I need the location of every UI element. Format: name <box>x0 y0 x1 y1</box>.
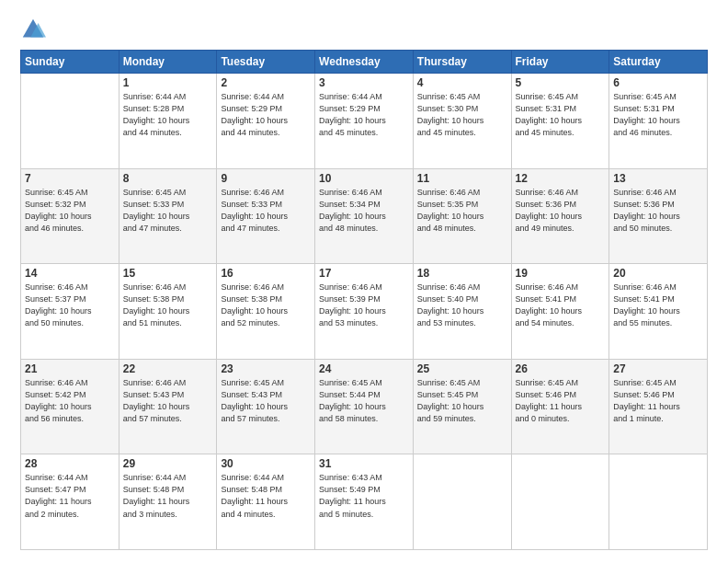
day-info: Sunrise: 6:46 AM Sunset: 5:38 PM Dayligh… <box>123 282 213 329</box>
day-info: Sunrise: 6:46 AM Sunset: 5:38 PM Dayligh… <box>221 282 311 329</box>
day-number: 20 <box>613 267 703 280</box>
calendar-cell <box>413 454 511 550</box>
calendar-cell <box>511 454 609 550</box>
day-info: Sunrise: 6:44 AM Sunset: 5:28 PM Dayligh… <box>123 91 213 139</box>
day-number: 18 <box>417 267 507 280</box>
calendar-cell: 6Sunrise: 6:45 AM Sunset: 5:31 PM Daylig… <box>609 74 708 169</box>
day-info: Sunrise: 6:45 AM Sunset: 5:46 PM Dayligh… <box>613 377 703 425</box>
calendar-cell: 4Sunrise: 6:45 AM Sunset: 5:30 PM Daylig… <box>413 74 511 169</box>
logo-icon <box>20 17 46 42</box>
day-info: Sunrise: 6:45 AM Sunset: 5:32 PM Dayligh… <box>25 187 115 235</box>
calendar-cell: 28Sunrise: 6:44 AM Sunset: 5:47 PM Dayli… <box>21 454 119 550</box>
day-number: 9 <box>221 172 311 185</box>
day-number: 6 <box>613 76 703 89</box>
day-number: 27 <box>613 362 703 375</box>
day-info: Sunrise: 6:46 AM Sunset: 5:35 PM Dayligh… <box>417 187 507 235</box>
day-info: Sunrise: 6:46 AM Sunset: 5:36 PM Dayligh… <box>516 187 606 235</box>
weekday-header: Saturday <box>609 51 708 74</box>
calendar-cell: 22Sunrise: 6:46 AM Sunset: 5:43 PM Dayli… <box>119 359 217 454</box>
day-number: 8 <box>123 172 213 185</box>
day-info: Sunrise: 6:44 AM Sunset: 5:48 PM Dayligh… <box>221 472 311 520</box>
day-info: Sunrise: 6:45 AM Sunset: 5:45 PM Dayligh… <box>417 377 507 425</box>
calendar-cell: 21Sunrise: 6:46 AM Sunset: 5:42 PM Dayli… <box>21 359 119 454</box>
day-info: Sunrise: 6:46 AM Sunset: 5:36 PM Dayligh… <box>613 187 703 235</box>
day-info: Sunrise: 6:46 AM Sunset: 5:41 PM Dayligh… <box>613 282 703 329</box>
day-info: Sunrise: 6:45 AM Sunset: 5:33 PM Dayligh… <box>123 187 213 235</box>
day-info: Sunrise: 6:46 AM Sunset: 5:37 PM Dayligh… <box>25 282 115 329</box>
calendar-week-row: 7Sunrise: 6:45 AM Sunset: 5:32 PM Daylig… <box>21 168 708 264</box>
day-number: 12 <box>516 172 606 185</box>
day-info: Sunrise: 6:46 AM Sunset: 5:43 PM Dayligh… <box>123 377 213 425</box>
day-info: Sunrise: 6:45 AM Sunset: 5:31 PM Dayligh… <box>613 91 703 139</box>
day-info: Sunrise: 6:45 AM Sunset: 5:44 PM Dayligh… <box>319 377 409 425</box>
calendar-cell: 19Sunrise: 6:46 AM Sunset: 5:41 PM Dayli… <box>511 264 609 360</box>
day-info: Sunrise: 6:45 AM Sunset: 5:30 PM Dayligh… <box>417 91 507 139</box>
calendar-cell: 18Sunrise: 6:46 AM Sunset: 5:40 PM Dayli… <box>413 264 511 360</box>
day-number: 29 <box>123 457 213 470</box>
calendar-cell: 3Sunrise: 6:44 AM Sunset: 5:29 PM Daylig… <box>315 74 414 169</box>
day-number: 13 <box>613 172 703 185</box>
day-number: 26 <box>516 362 606 375</box>
day-info: Sunrise: 6:46 AM Sunset: 5:41 PM Dayligh… <box>516 282 606 329</box>
weekday-header: Friday <box>511 51 609 74</box>
day-info: Sunrise: 6:46 AM Sunset: 5:34 PM Dayligh… <box>319 187 409 235</box>
header <box>20 17 708 42</box>
weekday-header: Sunday <box>21 51 119 74</box>
day-number: 21 <box>25 362 115 375</box>
logo <box>20 17 50 42</box>
weekday-header: Monday <box>119 51 217 74</box>
day-number: 2 <box>221 76 311 89</box>
day-number: 25 <box>417 362 507 375</box>
calendar-cell: 1Sunrise: 6:44 AM Sunset: 5:28 PM Daylig… <box>119 74 217 169</box>
calendar-cell: 17Sunrise: 6:46 AM Sunset: 5:39 PM Dayli… <box>315 264 414 360</box>
day-number: 7 <box>25 172 115 185</box>
calendar-cell: 10Sunrise: 6:46 AM Sunset: 5:34 PM Dayli… <box>315 168 414 264</box>
day-number: 24 <box>319 362 409 375</box>
calendar-cell: 24Sunrise: 6:45 AM Sunset: 5:44 PM Dayli… <box>315 359 414 454</box>
day-info: Sunrise: 6:44 AM Sunset: 5:29 PM Dayligh… <box>221 91 311 139</box>
calendar-cell: 8Sunrise: 6:45 AM Sunset: 5:33 PM Daylig… <box>119 168 217 264</box>
calendar-cell <box>21 74 119 169</box>
calendar-cell: 23Sunrise: 6:45 AM Sunset: 5:43 PM Dayli… <box>217 359 315 454</box>
day-number: 5 <box>516 76 606 89</box>
day-number: 22 <box>123 362 213 375</box>
day-number: 31 <box>319 457 409 470</box>
calendar-cell: 30Sunrise: 6:44 AM Sunset: 5:48 PM Dayli… <box>217 454 315 550</box>
calendar-cell: 27Sunrise: 6:45 AM Sunset: 5:46 PM Dayli… <box>609 359 708 454</box>
day-number: 10 <box>319 172 409 185</box>
calendar-cell: 16Sunrise: 6:46 AM Sunset: 5:38 PM Dayli… <box>217 264 315 360</box>
calendar-cell: 13Sunrise: 6:46 AM Sunset: 5:36 PM Dayli… <box>609 168 708 264</box>
page: SundayMondayTuesdayWednesdayThursdayFrid… <box>0 0 728 563</box>
calendar-cell: 7Sunrise: 6:45 AM Sunset: 5:32 PM Daylig… <box>21 168 119 264</box>
day-info: Sunrise: 6:43 AM Sunset: 5:49 PM Dayligh… <box>319 472 409 520</box>
calendar-week-row: 1Sunrise: 6:44 AM Sunset: 5:28 PM Daylig… <box>21 74 708 169</box>
day-info: Sunrise: 6:45 AM Sunset: 5:43 PM Dayligh… <box>221 377 311 425</box>
day-number: 11 <box>417 172 507 185</box>
weekday-header: Tuesday <box>217 51 315 74</box>
day-info: Sunrise: 6:46 AM Sunset: 5:39 PM Dayligh… <box>319 282 409 329</box>
calendar-cell: 12Sunrise: 6:46 AM Sunset: 5:36 PM Dayli… <box>511 168 609 264</box>
calendar-week-row: 21Sunrise: 6:46 AM Sunset: 5:42 PM Dayli… <box>21 359 708 454</box>
day-info: Sunrise: 6:46 AM Sunset: 5:42 PM Dayligh… <box>25 377 115 425</box>
calendar-table: SundayMondayTuesdayWednesdayThursdayFrid… <box>20 50 708 550</box>
calendar-cell: 5Sunrise: 6:45 AM Sunset: 5:31 PM Daylig… <box>511 74 609 169</box>
day-info: Sunrise: 6:44 AM Sunset: 5:47 PM Dayligh… <box>25 472 115 520</box>
day-number: 30 <box>221 457 311 470</box>
calendar-cell: 26Sunrise: 6:45 AM Sunset: 5:46 PM Dayli… <box>511 359 609 454</box>
calendar-cell <box>609 454 708 550</box>
day-info: Sunrise: 6:44 AM Sunset: 5:29 PM Dayligh… <box>319 91 409 139</box>
weekday-header: Thursday <box>413 51 511 74</box>
weekday-header-row: SundayMondayTuesdayWednesdayThursdayFrid… <box>21 51 708 74</box>
calendar-cell: 14Sunrise: 6:46 AM Sunset: 5:37 PM Dayli… <box>21 264 119 360</box>
day-number: 14 <box>25 267 115 280</box>
day-number: 3 <box>319 76 409 89</box>
day-number: 28 <box>25 457 115 470</box>
day-number: 17 <box>319 267 409 280</box>
day-number: 1 <box>123 76 213 89</box>
day-info: Sunrise: 6:45 AM Sunset: 5:31 PM Dayligh… <box>516 91 606 139</box>
day-number: 15 <box>123 267 213 280</box>
day-info: Sunrise: 6:46 AM Sunset: 5:33 PM Dayligh… <box>221 187 311 235</box>
calendar-cell: 9Sunrise: 6:46 AM Sunset: 5:33 PM Daylig… <box>217 168 315 264</box>
calendar-cell: 2Sunrise: 6:44 AM Sunset: 5:29 PM Daylig… <box>217 74 315 169</box>
calendar-cell: 20Sunrise: 6:46 AM Sunset: 5:41 PM Dayli… <box>609 264 708 360</box>
